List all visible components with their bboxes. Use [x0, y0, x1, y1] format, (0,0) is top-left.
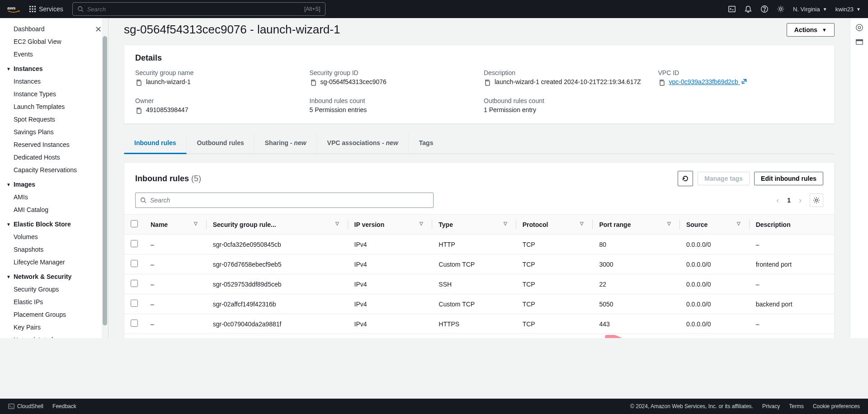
- cell-rule-id: sgr-02affcf149f42316b: [207, 294, 348, 314]
- col-type[interactable]: Type ▽: [432, 215, 516, 235]
- footer-link-cookies[interactable]: Cookie preferences: [813, 403, 860, 409]
- account-menu[interactable]: kwin23▼: [835, 6, 861, 13]
- row-checkbox[interactable]: [131, 240, 138, 247]
- tab-tags[interactable]: Tags: [409, 133, 443, 154]
- nav-network-interfaces[interactable]: Network Interfaces: [14, 334, 104, 338]
- table-row[interactable]: – sgr-0529753ddf89d5ceb IPv4 SSH TCP 22 …: [124, 274, 834, 294]
- copy-icon[interactable]: [658, 79, 665, 86]
- cell-ip-version: IPv4: [348, 254, 433, 274]
- nav-lifecycle-manager[interactable]: Lifecycle Manager: [14, 256, 104, 268]
- table-row[interactable]: – sgr-076d7658ebecf9eb5 IPv4 Custom TCP …: [124, 254, 834, 274]
- nav-instance-types[interactable]: Instance Types: [14, 88, 104, 100]
- nav-spot-requests[interactable]: Spot Requests: [14, 113, 104, 126]
- cell-rule-id: sgr-0c079040da2a9881f: [207, 314, 348, 334]
- region-selector[interactable]: N. Virginia▼: [793, 6, 827, 13]
- pager-prev[interactable]: ‹: [774, 196, 781, 205]
- caret-down-icon: ▼: [822, 27, 827, 33]
- nav-ec2-global-view[interactable]: EC2 Global View: [14, 35, 104, 48]
- nav-section-images: ▼Images AMIs AMI Catalog: [14, 176, 104, 216]
- nav-section-ebs: ▼Elastic Block Store Volumes Snapshots L…: [14, 216, 104, 268]
- help-icon[interactable]: [760, 5, 769, 13]
- nav-events[interactable]: Events: [14, 48, 104, 61]
- col-port-range[interactable]: Port range ▽: [593, 215, 680, 235]
- nav-security-groups[interactable]: Security Groups: [14, 283, 104, 296]
- col-rule-id[interactable]: Security group rule... ▽: [207, 215, 348, 235]
- copy-icon[interactable]: [135, 107, 142, 114]
- nav-capacity-reservations[interactable]: Capacity Reservations: [14, 164, 104, 176]
- cell-ip-version: IPv4: [348, 314, 433, 334]
- cell-port-range: 443: [593, 314, 680, 334]
- footer-feedback[interactable]: Feedback: [52, 403, 76, 409]
- nav-section-header-images[interactable]: ▼Images: [6, 176, 104, 191]
- tab-sharing[interactable]: Sharing - new: [255, 133, 317, 154]
- nav-elastic-ips[interactable]: Elastic IPs: [14, 296, 104, 308]
- rules-search[interactable]: [135, 193, 434, 208]
- nav-section-header-instances[interactable]: ▼Instances: [6, 61, 104, 75]
- footer-link-privacy[interactable]: Privacy: [762, 403, 780, 409]
- table-settings-button[interactable]: [810, 193, 823, 207]
- nav-snapshots[interactable]: Snapshots: [14, 243, 104, 256]
- services-label: Services: [39, 5, 63, 13]
- tab-vpc-associations[interactable]: VPC associations - new: [317, 133, 409, 154]
- nav-volumes[interactable]: Volumes: [14, 231, 104, 243]
- col-description[interactable]: Description: [750, 215, 834, 235]
- refresh-button[interactable]: [678, 171, 693, 186]
- tab-outbound-rules[interactable]: Outbound rules: [187, 133, 255, 154]
- row-checkbox[interactable]: [131, 280, 138, 287]
- col-name[interactable]: Name ▽: [144, 215, 207, 235]
- copy-icon[interactable]: [310, 79, 317, 86]
- nav-dedicated-hosts[interactable]: Dedicated Hosts: [14, 151, 104, 164]
- pager-next[interactable]: ›: [797, 196, 803, 205]
- nav-amis[interactable]: AMIs: [14, 191, 104, 203]
- sort-icon: ▽: [580, 221, 584, 226]
- cloudshell-header-icon[interactable]: [728, 5, 736, 13]
- row-checkbox[interactable]: [131, 320, 138, 327]
- nav-dashboard[interactable]: Dashboard: [14, 23, 104, 35]
- col-ip-version[interactable]: IP version ▽: [348, 215, 433, 235]
- nav-ami-catalog[interactable]: AMI Catalog: [14, 203, 104, 216]
- aws-logo[interactable]: aws: [7, 5, 20, 13]
- nav-placement-groups[interactable]: Placement Groups: [14, 308, 104, 321]
- global-search[interactable]: [Alt+S]: [72, 2, 326, 16]
- actions-button[interactable]: Actions ▼: [787, 23, 835, 37]
- nav-section-header-ebs[interactable]: ▼Elastic Block Store: [6, 216, 104, 231]
- sidebar-scrollbar[interactable]: [102, 18, 108, 338]
- select-all-checkbox[interactable]: [131, 220, 138, 227]
- svg-rect-5: [32, 9, 33, 10]
- vpc-link[interactable]: vpc-0c939a233fb69d2cb: [669, 78, 747, 85]
- notifications-icon[interactable]: [744, 5, 752, 13]
- search-shortcut-hint: [Alt+S]: [304, 6, 321, 12]
- nav-instances[interactable]: Instances: [14, 75, 104, 88]
- row-checkbox[interactable]: [131, 260, 138, 267]
- sidebar-close-icon[interactable]: ✕: [95, 24, 102, 34]
- table-row[interactable]: – sgr-0c079040da2a9881f IPv4 HTTPS TCP 4…: [124, 314, 834, 334]
- actions-button-label: Actions: [794, 26, 817, 33]
- col-source[interactable]: Source ▽: [680, 215, 750, 235]
- nav-reserved-instances[interactable]: Reserved Instances: [14, 138, 104, 151]
- manage-tags-button[interactable]: Manage tags: [698, 172, 750, 185]
- external-link-icon: [741, 78, 747, 85]
- nav-savings-plans[interactable]: Savings Plans: [14, 126, 104, 138]
- services-menu-button[interactable]: Services: [29, 5, 63, 13]
- col-protocol[interactable]: Protocol ▽: [516, 215, 593, 235]
- row-checkbox[interactable]: [131, 300, 138, 307]
- table-row[interactable]: – sgr-0cfa326e0950845cb IPv4 HTTP TCP 80…: [124, 235, 834, 254]
- table-row[interactable]: – sgr-02affcf149f42316b IPv4 Custom TCP …: [124, 294, 834, 314]
- global-search-input[interactable]: [87, 6, 164, 13]
- nav-launch-templates[interactable]: Launch Templates: [14, 100, 104, 113]
- tab-inbound-rules[interactable]: Inbound rules: [124, 133, 187, 154]
- svg-line-22: [145, 202, 146, 203]
- console-to-code-icon[interactable]: [855, 38, 863, 46]
- nav-key-pairs[interactable]: Key Pairs: [14, 321, 104, 334]
- edit-inbound-rules-button[interactable]: Edit inbound rules: [754, 172, 823, 185]
- nav-section-header-network[interactable]: ▼Network & Security: [6, 268, 104, 283]
- rules-search-input[interactable]: [150, 197, 429, 204]
- footer-link-terms[interactable]: Terms: [789, 403, 804, 409]
- copy-icon[interactable]: [135, 79, 142, 86]
- settings-header-icon[interactable]: [777, 5, 785, 13]
- footer-cloudshell[interactable]: CloudShell: [8, 403, 43, 409]
- svg-rect-20: [137, 109, 141, 113]
- info-panel-toggle-icon[interactable]: [855, 24, 863, 32]
- copy-icon[interactable]: [484, 79, 491, 86]
- search-icon: [77, 6, 84, 12]
